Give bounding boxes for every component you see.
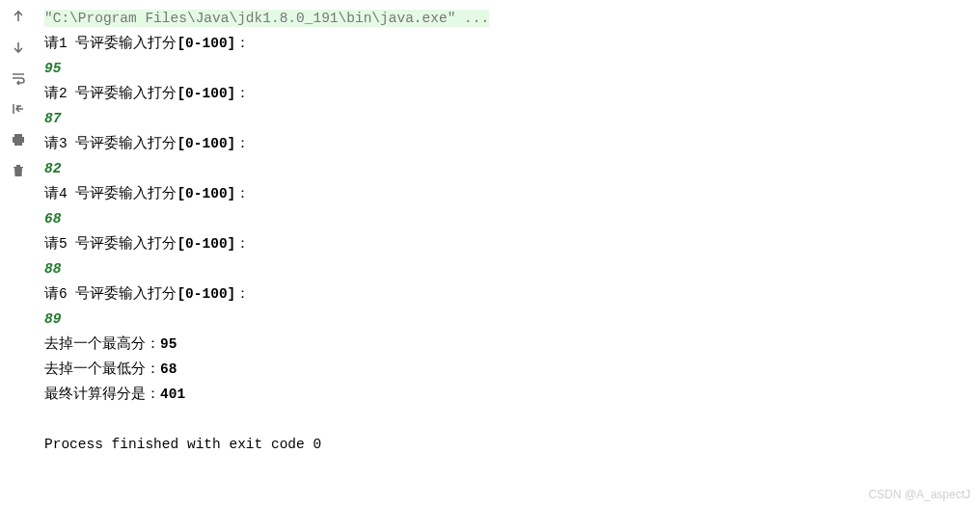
console-output: "C:\Program Files\Java\jdk1.8.0_191\bin\…: [37, 0, 980, 507]
user-input: 89: [44, 307, 972, 332]
prompt-line: 请2 号评委输入打分[0-100]：: [44, 81, 972, 106]
prompt-line: 请4 号评委输入打分[0-100]：: [44, 181, 972, 206]
watermark: CSDN @A_aspectJ: [868, 488, 970, 501]
user-input: 82: [44, 156, 972, 181]
command-line: "C:\Program Files\Java\jdk1.8.0_191\bin\…: [44, 6, 972, 31]
user-input: 87: [44, 106, 972, 131]
prompt-line: 请6 号评委输入打分[0-100]：: [44, 281, 972, 307]
print-icon[interactable]: [6, 129, 31, 150]
result-line: 去掉一个最低分：68: [44, 357, 972, 382]
scroll-to-end-icon[interactable]: [6, 98, 31, 120]
console-toolbar: [0, 0, 37, 507]
prompt-line: 请3 号评委输入打分[0-100]：: [44, 131, 972, 156]
soft-wrap-icon[interactable]: [6, 67, 31, 89]
user-input: 95: [44, 56, 972, 81]
prompt-line: 请5 号评委输入打分[0-100]：: [44, 231, 972, 256]
result-line: 最终计算得分是：401: [44, 382, 972, 407]
result-line: 去掉一个最高分：95: [44, 332, 972, 357]
arrow-up-icon[interactable]: [6, 6, 31, 27]
user-input: 68: [44, 206, 972, 231]
arrow-down-icon[interactable]: [6, 37, 31, 58]
exit-line: Process finished with exit code 0: [44, 432, 972, 457]
user-input: 88: [44, 256, 972, 281]
prompt-line: 请1 号评委输入打分[0-100]：: [44, 31, 972, 56]
delete-icon[interactable]: [6, 160, 31, 181]
